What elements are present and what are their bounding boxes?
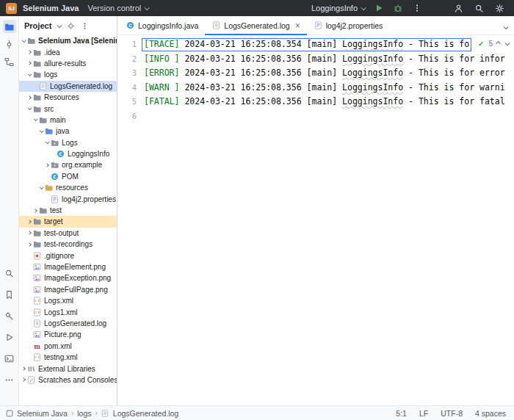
- find-icon[interactable]: [3, 267, 16, 280]
- tree-item-allure-results[interactable]: allure-results: [19, 58, 117, 69]
- tree-item-logs-xml[interactable]: Logs.xml: [19, 295, 117, 306]
- tree-item-picture-png[interactable]: Picture.png: [19, 329, 117, 340]
- terminal-icon[interactable]: [3, 352, 16, 365]
- indent-style[interactable]: 4 spaces: [475, 409, 506, 418]
- run-icon[interactable]: [373, 3, 384, 14]
- tree-item-external-libraries[interactable]: External Libraries: [19, 363, 117, 374]
- tree-item-label: testng.xml: [44, 353, 78, 361]
- tree-item-logs1-xml[interactable]: Logs1.xml: [19, 306, 117, 317]
- chevron-right-icon[interactable]: [26, 51, 32, 54]
- tree-item-idea[interactable]: .idea: [19, 46, 117, 57]
- code-area[interactable]: 1[TRACE] 2024-03-21 16:25:08.354 [main] …: [117, 35, 514, 124]
- breadcrumb-item[interactable]: LogsGenerated.log: [113, 409, 178, 418]
- tree-item-gitignore[interactable]: .gitignore: [19, 250, 117, 261]
- tree-item-logsgenerated-log[interactable]: LogsGenerated.log: [19, 81, 117, 92]
- tree-item-resources[interactable]: Resources: [19, 92, 117, 103]
- tree-item-label: Logs1.xml: [44, 308, 78, 316]
- user-icon[interactable]: [453, 3, 464, 14]
- xml-icon: [32, 353, 42, 362]
- tree-item-scratches-and-consoles[interactable]: Scratches and Consoles: [19, 374, 117, 385]
- folder-icon: [38, 115, 48, 124]
- tree-item-target[interactable]: target: [19, 216, 117, 227]
- tab-log4j2-properties[interactable]: log4j2.properties: [307, 16, 390, 35]
- debug-icon[interactable]: [392, 3, 403, 14]
- chevron-right-icon[interactable]: [20, 367, 26, 370]
- tree-item-src[interactable]: src: [19, 103, 117, 114]
- chevron-right-icon[interactable]: [26, 220, 32, 223]
- tree-item-imageelement-png[interactable]: ImageElement.png: [19, 261, 117, 272]
- project-name[interactable]: Selenium Java: [23, 4, 79, 12]
- tree-item-imagefullpage-png[interactable]: ImageFullPage.png: [19, 284, 117, 295]
- chevron-right-icon[interactable]: [26, 96, 32, 99]
- tree-item-selenium-java-seleniumjava[interactable]: Selenium Java [SeleniumJava]: [19, 35, 117, 46]
- tree-item-test-recordings[interactable]: test-recordings: [19, 239, 117, 250]
- breadcrumb-item[interactable]: logs: [77, 409, 91, 418]
- editor-line[interactable]: 6: [117, 109, 514, 124]
- chevron-down-icon[interactable]: [26, 73, 32, 76]
- tree-item-test-output[interactable]: test-output: [19, 228, 117, 239]
- chevron-right-icon[interactable]: [43, 164, 50, 167]
- breadcrumb-item[interactable]: Selenium Java: [17, 409, 68, 418]
- tree-item-test[interactable]: test: [19, 205, 117, 216]
- project-badge[interactable]: SJ: [6, 3, 17, 14]
- tree-item-imageexception-png[interactable]: ImageException.png: [19, 272, 117, 283]
- more-tool-windows-icon[interactable]: [3, 373, 16, 386]
- editor-line[interactable]: 2[INFO ] 2024-03-21 16:25:08.356 [main] …: [117, 52, 514, 67]
- chevron-down-icon[interactable]: [57, 23, 62, 28]
- tree-item-logs[interactable]: Logs: [19, 137, 117, 148]
- run-tool-icon[interactable]: [3, 330, 16, 344]
- tab-loggingsinfo-java[interactable]: CLoggingsInfo.java: [119, 16, 205, 35]
- chevron-right-icon[interactable]: [26, 231, 32, 234]
- more-vertical-icon[interactable]: [411, 3, 422, 14]
- chevron-down-icon[interactable]: [26, 107, 32, 110]
- tree-item-logs[interactable]: logs: [19, 69, 117, 80]
- close-tab-icon[interactable]: ×: [295, 21, 300, 30]
- tree-item-log4j2-properties[interactable]: log4j2.properties: [19, 193, 117, 204]
- chevron-down-icon[interactable]: [43, 141, 50, 144]
- prev-problem-icon[interactable]: [496, 42, 500, 46]
- chevron-down-icon[interactable]: [32, 118, 38, 121]
- chevron-down-icon[interactable]: [20, 40, 26, 43]
- image-icon: [32, 285, 42, 294]
- run-config-selector[interactable]: LoggingsInfo: [311, 4, 365, 12]
- tree-item-loggingsinfo[interactable]: CLoggingsInfo: [19, 148, 117, 159]
- tree-item-java[interactable]: java: [19, 126, 117, 137]
- folder-icon: [32, 48, 42, 57]
- editor-line[interactable]: 5[FATAL] 2024-03-21 16:25:08.356 [main] …: [117, 95, 514, 109]
- tree-item-resources[interactable]: resources: [19, 182, 117, 193]
- next-problem-icon[interactable]: [504, 40, 509, 45]
- project-folder-icon[interactable]: [3, 20, 16, 33]
- tree-item-pom[interactable]: CPOM: [19, 171, 117, 182]
- chevron-right-icon[interactable]: [26, 62, 32, 65]
- tab-logsgenerated-log[interactable]: LogsGenerated.log×: [205, 16, 306, 35]
- editor-line[interactable]: 1[TRACE] 2024-03-21 16:25:08.354 [main] …: [117, 37, 514, 52]
- tree-item-main[interactable]: main: [19, 115, 117, 126]
- structure-icon[interactable]: [3, 55, 16, 68]
- tree-item-logsgenerated-log[interactable]: LogsGenerated.log: [19, 318, 117, 329]
- vcs-widget[interactable]: Version control: [87, 4, 148, 12]
- settings-icon[interactable]: [494, 3, 505, 14]
- hidden-tabs-icon[interactable]: [504, 19, 514, 32]
- editor-line[interactable]: 4[WARN ] 2024-03-21 16:25:08.356 [main] …: [117, 81, 514, 95]
- build-icon[interactable]: [3, 309, 16, 322]
- chevron-right-icon[interactable]: [32, 209, 38, 212]
- editor-line[interactable]: 3[ERROR] 2024-03-21 16:25:08.356 [main] …: [117, 66, 514, 81]
- chevron-down-icon[interactable]: [37, 130, 44, 133]
- inspections-widget[interactable]: ✓ 5: [473, 37, 510, 49]
- tree-item-pom-xml[interactable]: mpom.xml: [19, 341, 117, 352]
- chevron-right-icon[interactable]: [26, 243, 32, 246]
- line-separator[interactable]: LF: [419, 409, 428, 418]
- file-encoding[interactable]: UTF-8: [441, 409, 463, 418]
- bookmarks-icon[interactable]: [3, 288, 16, 301]
- locate-file-icon[interactable]: [67, 22, 75, 30]
- chevron-right-icon[interactable]: [20, 378, 26, 381]
- chevron-down-icon[interactable]: [37, 187, 44, 189]
- tree-item-org-example[interactable]: org.example: [19, 159, 117, 170]
- more-vertical-icon[interactable]: [81, 22, 89, 30]
- tree-item-testng-xml[interactable]: testng.xml: [19, 352, 117, 363]
- editor[interactable]: ✓ 5 1[TRACE] 2024-03-21 16:25:08.354 [ma…: [117, 35, 514, 405]
- commit-icon[interactable]: [3, 37, 16, 51]
- chevron-down-icon: [145, 5, 150, 10]
- caret-position[interactable]: 5:1: [396, 409, 407, 418]
- search-icon[interactable]: [474, 3, 485, 14]
